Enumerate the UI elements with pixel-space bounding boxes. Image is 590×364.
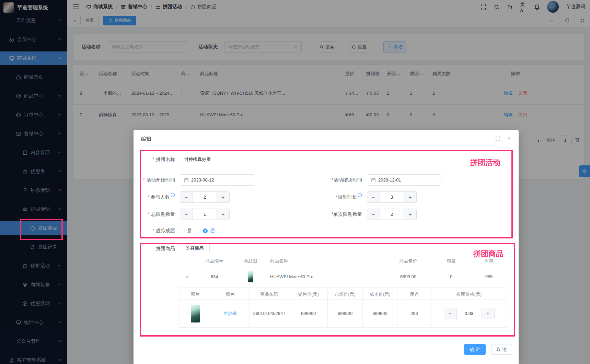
product-table-header: 商品编号 商品图 商品名称 商品售价 销量 库存 bbox=[179, 256, 507, 266]
groupon-name-label: *拼团名称 bbox=[134, 154, 175, 165]
end-date-input[interactable]: 2029-12-01 bbox=[367, 174, 441, 186]
expand-row-icon[interactable] bbox=[179, 275, 195, 279]
sku-table-header: 图片 颜色 商品条码 销售价(元) 市场价(元) 成本价(元) 库存 拼团价格(… bbox=[180, 289, 507, 300]
plus-icon[interactable]: + bbox=[217, 192, 229, 202]
dialog-tools: × bbox=[495, 136, 512, 141]
minus-icon[interactable]: − bbox=[180, 192, 193, 202]
sku-table: 图片 颜色 商品条码 销售价(元) 市场价(元) 成本价(元) 库存 拼团价格(… bbox=[179, 289, 507, 328]
participants-value[interactable]: 2 bbox=[193, 192, 217, 202]
participants-stepper: − 2 + bbox=[180, 191, 230, 203]
total-limit-stepper: − 1 + bbox=[180, 209, 230, 220]
group-price-stepper: − 0.03 + bbox=[444, 308, 495, 319]
minus-icon[interactable]: − bbox=[180, 209, 193, 220]
app-root: 芋道管理系统 工作流程会员中心商城系统商城首页商品中心订单中心营销中心内容管理优… bbox=[0, 0, 590, 364]
cancel-button[interactable]: 取 消 bbox=[491, 344, 512, 355]
single-limit-stepper: − 2 + bbox=[367, 209, 417, 220]
dialog-title: 编辑 bbox=[141, 136, 151, 142]
minus-icon[interactable]: − bbox=[367, 192, 380, 202]
select-goods-button[interactable]: 选择商品 bbox=[180, 244, 210, 253]
minus-icon[interactable]: − bbox=[444, 308, 456, 319]
total-limit-value[interactable]: 1 bbox=[193, 209, 217, 220]
calendar-icon bbox=[184, 178, 189, 183]
duration-value[interactable]: 3 bbox=[380, 192, 404, 202]
duration-limit-label: *限制时长 bbox=[300, 191, 362, 203]
product-table: 商品编号 商品图 商品名称 商品售价 销量 库存 634 HUAWEI Mate… bbox=[179, 256, 507, 287]
end-date-label: *活动结束时间 bbox=[300, 174, 362, 186]
virtual-group-label: *虚拟成团 bbox=[134, 225, 175, 236]
single-limit-value[interactable]: 2 bbox=[380, 209, 404, 220]
plus-icon[interactable]: + bbox=[404, 209, 416, 220]
info-icon[interactable] bbox=[171, 193, 175, 197]
start-date-label: *活动开始时间 bbox=[134, 174, 175, 186]
dialog-fullscreen-icon[interactable] bbox=[495, 136, 500, 141]
plus-icon[interactable]: + bbox=[482, 308, 494, 319]
groupon-goods-label: 拼团商品 bbox=[134, 243, 175, 254]
sku-row: 白沙银 2601010452847 699900 699900 699900 2… bbox=[180, 300, 507, 328]
product-row: 634 HUAWEI Mate 60 Pro 6999.00 0 985 bbox=[179, 266, 507, 287]
radio-no[interactable]: 否 bbox=[203, 228, 215, 234]
minus-icon[interactable]: − bbox=[367, 209, 380, 220]
groupon-name-input[interactable]: 封神榜真好看 bbox=[180, 154, 510, 165]
virtual-group-radios: 是 否 bbox=[180, 225, 215, 236]
sku-color-link[interactable]: 白沙银 bbox=[211, 300, 250, 328]
plus-icon[interactable]: + bbox=[404, 192, 416, 202]
start-date-input[interactable]: 2023-08-12 bbox=[180, 174, 254, 186]
phone-image bbox=[191, 305, 200, 322]
phone-image bbox=[248, 271, 253, 282]
info-icon[interactable] bbox=[358, 193, 362, 197]
radio-icon bbox=[180, 228, 185, 233]
plus-icon[interactable]: + bbox=[217, 209, 229, 220]
dialog-close-icon[interactable]: × bbox=[506, 136, 512, 141]
edit-dialog: 编辑 × *拼团名称 封神榜真好看 *活动开始时间 2023-08-12 *活动… bbox=[134, 130, 519, 364]
radio-icon bbox=[203, 228, 208, 233]
calendar-icon bbox=[371, 178, 376, 183]
single-limit-label: *单次限购数量 bbox=[300, 209, 362, 220]
participants-label: *参与人数 bbox=[134, 191, 175, 203]
radio-yes[interactable]: 是 bbox=[180, 228, 192, 234]
total-limit-label: *总限购数量 bbox=[134, 209, 175, 220]
group-price-value[interactable]: 0.03 bbox=[456, 308, 482, 319]
confirm-button[interactable]: 确 定 bbox=[464, 344, 486, 355]
duration-stepper: − 3 + bbox=[367, 191, 417, 203]
